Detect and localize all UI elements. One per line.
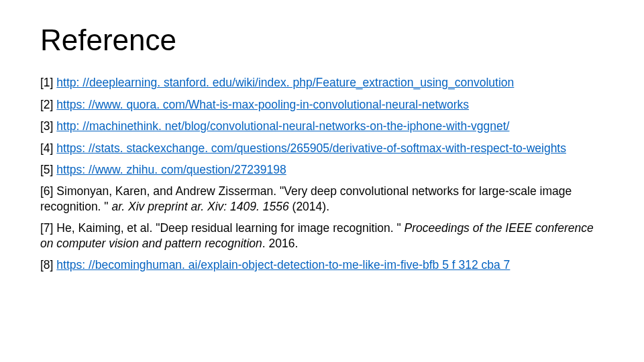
ref-num: [5] bbox=[40, 163, 56, 176]
ref-link-1[interactable]: http: //deeplearning. stanford. edu/wiki… bbox=[56, 76, 514, 89]
ref-num: [2] bbox=[40, 98, 56, 111]
ref-italic: ar. Xiv preprint ar. Xiv: 1409. 1556 bbox=[111, 200, 288, 213]
ref-text: [7] He, Kaiming, et al. "Deep residual l… bbox=[40, 221, 405, 235]
ref-num: [1] bbox=[40, 76, 56, 89]
reference-item-7: [7] He, Kaiming, et al. "Deep residual l… bbox=[40, 221, 604, 251]
reference-item-1: [1] http: //deeplearning. stanford. edu/… bbox=[40, 75, 604, 90]
reference-item-2: [2] https: //www. quora. com/What-is-max… bbox=[40, 97, 604, 112]
reference-item-4: [4] https: //stats. stackexchange. com/q… bbox=[40, 141, 604, 156]
reference-item-3: [3] http: //machinethink. net/blog/convo… bbox=[40, 119, 604, 133]
ref-num: [4] bbox=[40, 141, 56, 155]
ref-link-4[interactable]: https: //stats. stackexchange. com/quest… bbox=[56, 141, 566, 155]
reference-list: [1] http: //deeplearning. stanford. edu/… bbox=[40, 75, 604, 272]
page-title: Reference bbox=[40, 24, 604, 56]
reference-item-8: [8] https: //becominghuman. ai/explain-o… bbox=[40, 257, 604, 272]
ref-link-5[interactable]: https: //www. zhihu. com/question/272391… bbox=[56, 163, 286, 176]
ref-link-2[interactable]: https: //www. quora. com/What-is-max-poo… bbox=[56, 98, 469, 111]
slide: Reference [1] http: //deeplearning. stan… bbox=[0, 0, 644, 362]
ref-link-8[interactable]: https: //becominghuman. ai/explain-objec… bbox=[56, 258, 510, 272]
reference-item-5: [5] https: //www. zhihu. com/question/27… bbox=[40, 162, 604, 177]
ref-num: [3] bbox=[40, 119, 56, 133]
ref-text: . 2016. bbox=[262, 237, 299, 250]
ref-text: (2014). bbox=[289, 200, 329, 213]
ref-link-3[interactable]: http: //machinethink. net/blog/convoluti… bbox=[56, 119, 509, 133]
reference-item-6: [6] Simonyan, Karen, and Andrew Zisserma… bbox=[40, 184, 604, 214]
ref-num: [8] bbox=[40, 258, 56, 272]
